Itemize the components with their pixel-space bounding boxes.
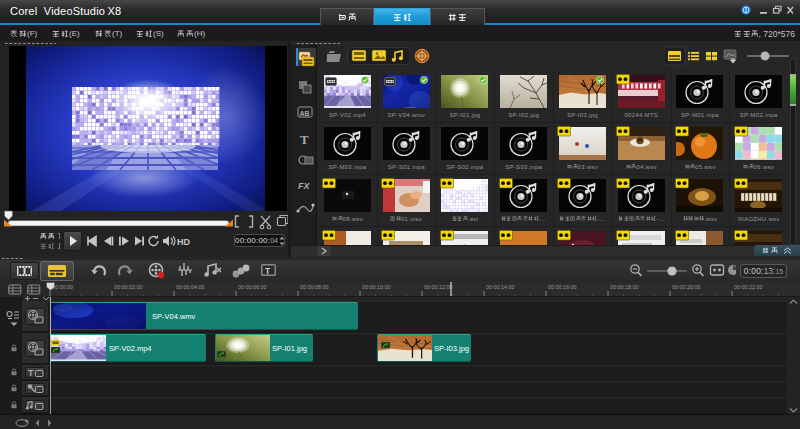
svg-text:00:00:12:00: 00:00:12:00	[424, 284, 452, 290]
svg-text:00:00:08:00: 00:00:08:00	[300, 284, 328, 290]
svg-text:T: T	[28, 368, 34, 378]
svg-text:T: T	[265, 266, 271, 276]
svg-text:FX: FX	[298, 181, 310, 191]
svg-text:00:00:10:00: 00:00:10:00	[362, 284, 390, 290]
svg-text:HD: HD	[177, 237, 190, 247]
svg-text:00:00:20:00: 00:00:20:00	[672, 284, 700, 290]
svg-text:00:00:22:00: 00:00:22:00	[734, 284, 762, 290]
svg-text:AB: AB	[300, 110, 310, 117]
svg-text:00:00:18:00: 00:00:18:00	[610, 284, 638, 290]
svg-text:00:00:02:00: 00:00:02:00	[114, 284, 142, 290]
svg-text:00:00:06:00: 00:00:06:00	[238, 284, 266, 290]
svg-text:T: T	[300, 132, 309, 147]
svg-text:00:00:04:00: 00:00:04:00	[176, 284, 204, 290]
svg-text:00:00:14:00: 00:00:14:00	[486, 284, 514, 290]
svg-text:00:00:16:00: 00:00:16:00	[548, 284, 576, 290]
